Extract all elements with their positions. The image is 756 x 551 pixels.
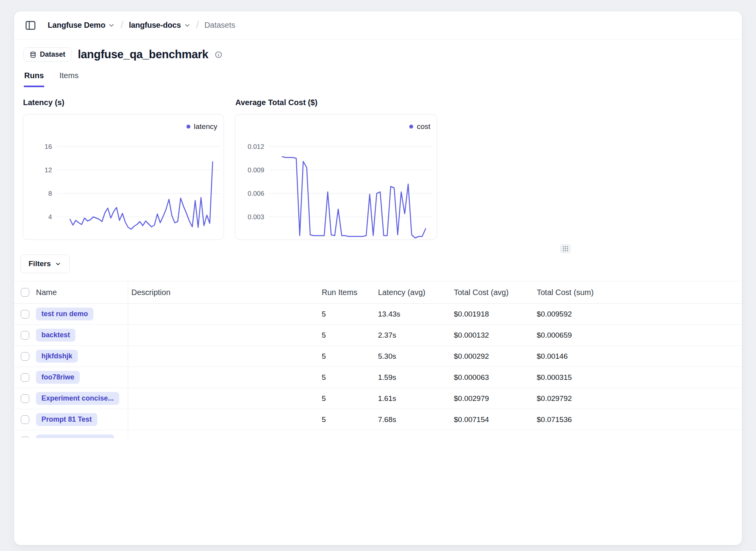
column-header-name: Name <box>36 281 128 303</box>
tab-bar: Runs Items <box>24 70 79 87</box>
breadcrumb-separator: / <box>196 19 199 31</box>
row-checkbox[interactable] <box>21 310 29 318</box>
charts-resize-handle[interactable] <box>560 244 571 253</box>
tab-runs[interactable]: Runs <box>24 70 44 87</box>
svg-text:0.012: 0.012 <box>247 143 264 150</box>
latency-avg <box>378 430 454 438</box>
table-row: Prompt 81 Test 5 7.68s $0.007154 $0.0715… <box>14 409 742 430</box>
run-name-badge[interactable]: Experiment concise... <box>36 392 119 405</box>
total-cost-sum: $0.071536 <box>537 409 742 430</box>
chevron-down-icon <box>55 261 61 267</box>
run-items-count: 5 <box>322 346 378 367</box>
breadcrumb-separator: / <box>120 19 123 31</box>
total-cost-avg: $0.000063 <box>454 367 537 388</box>
table-row: hjkfdshjk 5 5.30s $0.000292 $0.00146 <box>14 346 742 367</box>
sidebar-toggle-button[interactable] <box>23 18 38 32</box>
page-background: { "window": { "background": "#eef0f3", "… <box>0 0 756 551</box>
latency-chart-title: Latency (s) <box>23 98 64 107</box>
run-description <box>128 346 322 367</box>
breadcrumb-org-button[interactable]: Langfuse Demo <box>48 21 115 30</box>
cost-chart-title: Average Total Cost ($) <box>235 98 317 107</box>
run-items-count: 5 <box>322 388 378 409</box>
page-title: langfuse_qa_benchmark <box>78 48 208 61</box>
total-cost-sum: $0.00146 <box>537 346 742 367</box>
chevron-down-icon <box>184 22 191 29</box>
filters-label: Filters <box>29 259 51 268</box>
total-cost-sum: $0.009592 <box>537 304 742 324</box>
run-name-badge[interactable]: test run demo <box>36 308 93 320</box>
cost-chart-canvas: 0.0120.0090.0060.003 <box>235 114 437 240</box>
row-checkbox[interactable] <box>21 415 29 424</box>
svg-text:0.006: 0.006 <box>247 190 264 197</box>
legend-label: latency <box>194 122 217 131</box>
run-description <box>128 388 322 409</box>
row-checkbox[interactable] <box>21 352 29 361</box>
chevron-down-icon <box>108 22 115 29</box>
row-checkbox[interactable] <box>21 373 29 382</box>
table-row: Experiment concise... 5 1.61s $0.002979 … <box>14 388 742 409</box>
cost-chart-card: 0.0120.0090.0060.003 cost <box>235 114 437 240</box>
latency-avg: 7.68s <box>378 409 454 430</box>
run-name-badge[interactable] <box>36 435 114 438</box>
dataset-header: Dataset langfuse_qa_benchmark <box>23 47 222 62</box>
legend-label: cost <box>417 122 430 131</box>
total-cost-avg: $0.007154 <box>454 409 537 430</box>
total-cost-avg: $0.001918 <box>454 304 537 324</box>
grip-dots-icon <box>563 246 568 252</box>
svg-text:4: 4 <box>48 213 52 221</box>
breadcrumb-project-button[interactable]: langfuse-docs <box>129 21 191 30</box>
run-name-badge[interactable]: backtest <box>36 329 75 342</box>
panel-left-icon <box>25 20 36 31</box>
row-checkbox[interactable] <box>21 331 29 340</box>
select-all-checkbox[interactable] <box>21 288 29 297</box>
run-description <box>128 325 322 345</box>
latency-chart-canvas: 161284 <box>23 114 224 240</box>
run-items-count: 5 <box>322 409 378 430</box>
latency-avg: 1.61s <box>378 388 454 409</box>
runs-table: Name Description Run Items Latency (avg)… <box>14 281 742 438</box>
run-items-count: 5 <box>322 367 378 388</box>
info-icon[interactable] <box>215 51 222 59</box>
dataset-type-badge: Dataset <box>23 47 72 62</box>
run-name-badge[interactable]: hjkfdshjk <box>36 350 78 363</box>
svg-text:8: 8 <box>48 190 52 197</box>
column-header-description: Description <box>128 281 322 303</box>
run-name-badge[interactable]: foo78riwe <box>36 371 80 384</box>
latency-avg: 5.30s <box>378 346 454 367</box>
row-checkbox[interactable] <box>21 394 29 403</box>
breadcrumb-datasets-link[interactable]: Datasets <box>204 21 235 30</box>
filters-button[interactable]: Filters <box>20 254 70 273</box>
run-description <box>128 430 322 438</box>
latency-avg: 13.43s <box>378 304 454 324</box>
svg-text:16: 16 <box>45 143 52 150</box>
run-description <box>128 304 322 324</box>
column-header-run-items: Run Items <box>322 281 378 303</box>
table-row-partial <box>14 430 742 438</box>
table-row: foo78riwe 5 1.59s $0.000063 $0.000315 <box>14 367 742 388</box>
app-card: Langfuse Demo / langfuse-docs / Datasets… <box>14 11 742 546</box>
table-header-row: Name Description Run Items Latency (avg)… <box>14 281 742 304</box>
project-name: langfuse-docs <box>129 21 181 30</box>
total-cost-sum <box>537 430 742 438</box>
top-bar: Langfuse Demo / langfuse-docs / Datasets <box>14 11 742 39</box>
legend-dot-icon <box>409 125 413 129</box>
tab-items[interactable]: Items <box>59 70 79 87</box>
run-items-count: 5 <box>322 304 378 324</box>
total-cost-sum: $0.000315 <box>537 367 742 388</box>
run-items-count: 5 <box>322 325 378 345</box>
column-header-total-cost-sum: Total Cost (sum) <box>537 281 742 303</box>
svg-text:12: 12 <box>45 166 52 174</box>
total-cost-avg <box>454 430 537 438</box>
svg-text:0.009: 0.009 <box>247 166 264 174</box>
total-cost-sum: $0.029792 <box>537 388 742 409</box>
total-cost-avg: $0.000292 <box>454 346 537 367</box>
run-name-badge[interactable]: Prompt 81 Test <box>36 413 97 426</box>
run-items-count <box>322 430 378 438</box>
latency-avg: 2.37s <box>378 325 454 345</box>
row-checkbox[interactable] <box>21 437 29 438</box>
table-row: backtest 5 2.37s $0.000132 $0.000659 <box>14 325 742 346</box>
run-description <box>128 409 322 430</box>
cost-chart-legend: cost <box>409 122 430 131</box>
legend-dot-icon <box>186 125 190 129</box>
column-header-latency-avg: Latency (avg) <box>378 281 454 303</box>
